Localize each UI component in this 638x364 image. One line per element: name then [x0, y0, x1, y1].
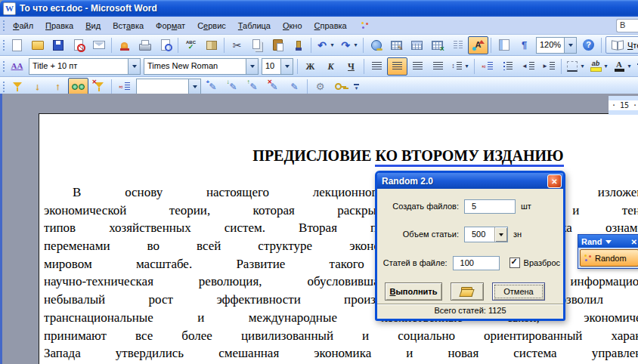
research-button[interactable] — [201, 36, 221, 54]
article-size-combo[interactable]: 500 — [464, 227, 508, 242]
title-bar[interactable]: W То что ест.doc - Microsoft Word — [0, 0, 638, 17]
font-size-dropdown-button[interactable] — [280, 59, 293, 74]
columns-button[interactable] — [448, 36, 468, 54]
increase-indent-button[interactable]: ► — [538, 57, 559, 76]
menu-insert[interactable]: Вставка — [107, 18, 150, 33]
tables-and-borders-button[interactable] — [386, 36, 407, 54]
numbered-items-button[interactable] — [114, 78, 135, 96]
insert-excel-table-button[interactable] — [427, 36, 448, 54]
undo-button[interactable]: ↶ — [314, 36, 337, 54]
random-order-checkbox[interactable] — [509, 258, 520, 268]
borders-button[interactable] — [564, 57, 587, 76]
preview-items-button[interactable] — [68, 78, 88, 96]
item-add-button[interactable]: ✎+ — [203, 78, 223, 96]
format-painter-button[interactable] — [288, 36, 308, 54]
help-button[interactable]: ? — [578, 36, 599, 54]
help-question-box[interactable]: В — [616, 19, 638, 32]
filter-button[interactable] — [7, 78, 27, 96]
decrease-indent-button[interactable]: ◄ — [518, 57, 538, 76]
addin-menu-button[interactable] — [355, 17, 375, 35]
stamp-button[interactable] — [114, 36, 135, 54]
run-button[interactable]: Выполнить — [385, 282, 442, 301]
formatting-toolbar-drag-handle[interactable] — [2, 60, 5, 72]
font-dropdown-button[interactable] — [246, 59, 258, 74]
standard-toolbar-drag-handle[interactable] — [2, 39, 5, 51]
email-button[interactable] — [88, 36, 109, 54]
style-dropdown-button[interactable] — [128, 59, 140, 74]
clear-filter-button[interactable]: ✕ — [88, 78, 109, 96]
zoom-combo[interactable]: 120% — [536, 37, 577, 54]
menu-tools[interactable]: Сервис — [191, 18, 232, 33]
formatting-toolbar-options-button[interactable] — [635, 58, 638, 75]
permission-button[interactable] — [68, 36, 88, 54]
zoom-dropdown-button[interactable] — [564, 38, 576, 53]
align-left-button[interactable] — [367, 57, 387, 76]
custom-toolbar-drag-handle[interactable] — [2, 80, 5, 93]
item-move-up-button[interactable]: ✎↑ — [243, 78, 264, 96]
menu-help[interactable]: Справка — [308, 18, 353, 33]
move-up-button[interactable]: ↑ — [48, 78, 68, 96]
justify-button[interactable] — [428, 57, 448, 76]
spelling-button[interactable] — [181, 36, 201, 54]
create-files-input[interactable] — [464, 199, 516, 214]
cut-button[interactable]: ✂ — [227, 36, 247, 54]
rand-close-button[interactable] — [631, 237, 637, 246]
styles-and-formatting-button[interactable]: АА — [7, 57, 27, 76]
italic-button[interactable]: К — [321, 57, 341, 76]
align-right-button[interactable] — [407, 57, 428, 76]
bold-button[interactable]: Ж — [300, 57, 321, 76]
show-hide-marks-button[interactable]: ¶ — [514, 36, 534, 54]
articles-per-file-input[interactable] — [453, 256, 500, 270]
align-center-button[interactable] — [387, 57, 407, 76]
rand-toolbar-title-bar[interactable]: Rand — [578, 235, 638, 248]
menubar-drag-handle[interactable] — [2, 19, 5, 32]
custom-toolbar-options-button[interactable] — [352, 79, 361, 95]
protection-key-button[interactable] — [330, 78, 351, 96]
items-filter-dropdown-button[interactable] — [188, 79, 200, 94]
borders-dropdown-button[interactable] — [579, 58, 586, 75]
rand-dropdown-icon[interactable] — [605, 240, 612, 247]
print-button[interactable] — [135, 36, 155, 54]
menu-table[interactable]: Таблица — [232, 18, 277, 33]
open-folder-button[interactable] — [451, 282, 484, 301]
menu-file[interactable]: Файл — [7, 18, 39, 33]
dialog-close-button[interactable] — [547, 174, 562, 188]
undo-dropdown-button[interactable] — [329, 37, 336, 54]
line-spacing-button[interactable]: ↕ — [448, 57, 472, 76]
open-button[interactable] — [27, 36, 48, 54]
font-color-button[interactable]: А — [611, 57, 634, 76]
drawing-button[interactable]: A — [468, 36, 488, 54]
article-size-dropdown-button[interactable] — [494, 227, 507, 242]
highlight-dropdown-button[interactable] — [602, 58, 609, 75]
items-filter-combo[interactable] — [136, 79, 201, 95]
new-document-button[interactable] — [7, 36, 27, 54]
menu-format[interactable]: Формат — [150, 18, 191, 33]
style-combo[interactable]: Title + 10 пт — [29, 58, 141, 75]
random-macro-button[interactable]: Random — [580, 249, 638, 267]
tools-button[interactable]: ⚙ — [310, 78, 330, 96]
redo-button[interactable]: ↷ — [337, 36, 361, 54]
cancel-button[interactable]: Отмена — [492, 282, 545, 301]
menu-edit[interactable]: Правка — [39, 18, 79, 33]
font-size-combo[interactable]: 10 — [262, 58, 293, 75]
read-mode-button[interactable]: Чтение — [605, 36, 638, 54]
underline-button[interactable]: Ч — [341, 57, 361, 76]
font-color-dropdown-button[interactable] — [626, 58, 633, 75]
numbered-list-button[interactable] — [477, 57, 497, 76]
item-delete-button[interactable]: ✎✕ — [264, 78, 284, 96]
print-preview-button[interactable] — [155, 36, 175, 54]
hyperlink-button[interactable] — [366, 36, 386, 54]
item-move-down-button[interactable]: ✎↓ — [223, 78, 243, 96]
copy-button[interactable] — [247, 36, 268, 54]
redo-dropdown-button[interactable] — [352, 37, 359, 54]
menu-view[interactable]: Вид — [79, 18, 107, 33]
paste-button[interactable] — [268, 36, 288, 54]
move-down-button[interactable]: ↓ — [27, 78, 48, 96]
highlight-button[interactable]: ab — [587, 57, 611, 76]
document-map-button[interactable] — [494, 36, 514, 54]
line-spacing-dropdown-button[interactable] — [463, 58, 470, 75]
font-combo[interactable]: Times New Roman — [144, 58, 259, 75]
random-dialog-title-bar[interactable]: Random 2.0 — [377, 173, 563, 189]
save-button[interactable] — [48, 36, 68, 54]
insert-table-button[interactable] — [407, 36, 427, 54]
